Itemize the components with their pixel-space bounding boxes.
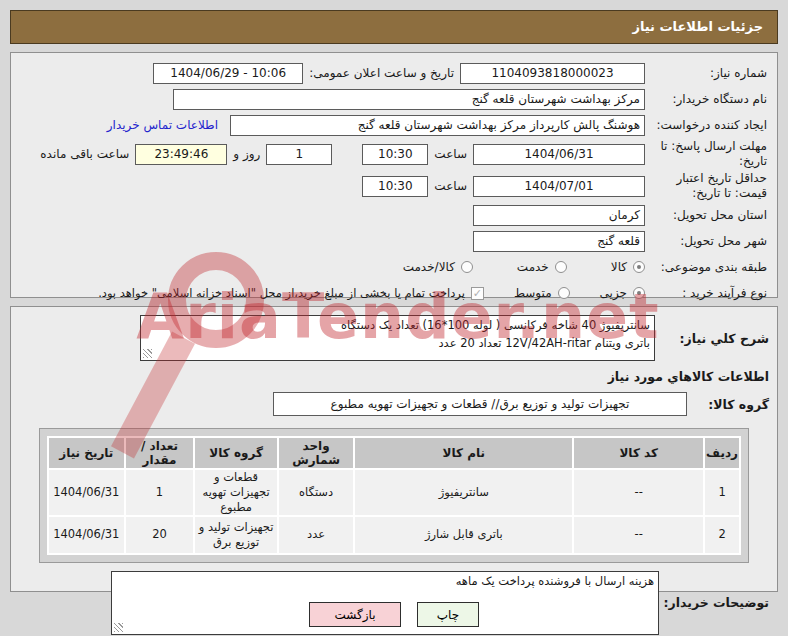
cell-group: قطعات و تجهیزات تهویه مطبوع <box>195 470 276 515</box>
announce-field[interactable]: 1404/06/29 - 10:06 <box>153 63 303 84</box>
row-city: شهر محل تحویل: قلعه گنج <box>17 228 771 254</box>
treasury-note: پرداخت تمام یا بخشی از مبلغ خرید،از محل … <box>98 286 484 300</box>
row-deadline: مهلت ارسال پاسخ: تا تاریخ: 1404/06/31 سا… <box>17 138 771 170</box>
province-field[interactable]: کرمان <box>473 205 645 226</box>
row-buyer-org: نام دستگاه خریدار: مرکز بهداشت شهرستان ق… <box>17 86 771 112</box>
remaining-time-field[interactable]: 23:49:46 <box>135 144 227 165</box>
cell-item-code: -- <box>574 470 703 515</box>
goods-radio[interactable] <box>633 261 645 273</box>
cell-need-date: 1404/06/31 <box>49 470 124 515</box>
col-need-date: تاریخ نیاز <box>49 438 124 468</box>
need-description-line1: سانتریفیوژ 40 شاخه فرکانسی ( لوله 100*16… <box>145 317 650 335</box>
option-goods-service: کالا/خدمت <box>403 260 473 274</box>
validity-hour-label: ساعت <box>434 179 467 193</box>
items-table-header-row: ردیف کد کالا نام کالا واحد شمارش گروه کا… <box>49 438 739 468</box>
row-province: استان محل تحویل: کرمان <box>17 202 771 228</box>
province-label: استان محل تحویل: <box>645 208 771 223</box>
option-minor: جزیی <box>600 286 645 300</box>
cell-need-date: 1404/06/31 <box>49 517 124 553</box>
remaining-days-label: روز و <box>233 147 260 161</box>
row-goods-group: گروه کالا: تجهیزات تولید و توزیع برق// ق… <box>11 392 777 416</box>
deadline-date-field[interactable]: 1404/06/31 <box>473 144 645 165</box>
buyer-org-field[interactable]: مرکز بهداشت شهرستان قلعه گنج <box>173 89 645 110</box>
creator-label: ایجاد کننده درخواست: <box>645 118 771 133</box>
row-creator: ایجاد کننده درخواست: هوشنگ پالش کارپرداز… <box>17 112 771 138</box>
option-medium: متوسط <box>514 286 570 300</box>
cell-item-name: باتری قابل شارژ <box>355 517 572 553</box>
back-button[interactable]: بازگشت <box>309 602 401 627</box>
col-group: گروه کالا <box>195 438 276 468</box>
deadline-hour-label: ساعت <box>434 147 467 161</box>
announce-label: تاریخ و ساعت اعلان عمومی: <box>309 66 454 80</box>
cell-item-code: -- <box>574 517 703 553</box>
cell-row-number: 2 <box>705 517 739 553</box>
treasury-note-text: پرداخت تمام یا بخشی از مبلغ خرید،از محل … <box>98 286 465 300</box>
col-unit: واحد شمارش <box>279 438 354 468</box>
buyer-contact-link[interactable]: اطلاعات تماس خریدار <box>107 118 218 132</box>
goods-group-field[interactable]: تجهیزات تولید و توزیع برق// قطعات و تجهی… <box>273 392 687 416</box>
service-radio[interactable] <box>555 261 567 273</box>
table-row: 1 -- سانتریفیوژ دستگاه قطعات و تجهیزات ت… <box>49 470 739 515</box>
remaining-time-label: ساعت باقی مانده <box>40 147 129 161</box>
cell-unit: دستگاه <box>279 470 354 515</box>
cell-quantity: 20 <box>126 517 194 553</box>
classification-label: طبقه بندی موضوعی: <box>645 260 771 275</box>
cell-group: تجهیزات تولید و توزیع برق <box>195 517 276 553</box>
row-need-number: شماره نیاز: 1104093818000023 تاریخ و ساع… <box>17 60 771 86</box>
action-buttons: چاپ بازگشت <box>0 602 788 627</box>
remaining-days-field[interactable]: 1 <box>266 144 332 165</box>
row-classification: طبقه بندی موضوعی: کالا خدمت کالا/خدمت <box>17 254 771 280</box>
medium-radio[interactable] <box>558 287 570 299</box>
need-number-label: شماره نیاز: <box>645 66 771 81</box>
goods-service-radio[interactable] <box>461 261 473 273</box>
cell-item-name: سانتریفیوژ <box>355 470 572 515</box>
medium-radio-label: متوسط <box>514 286 552 300</box>
service-radio-label: خدمت <box>517 260 549 274</box>
deadline-label: مهلت ارسال پاسخ: تا تاریخ: <box>645 139 771 169</box>
creator-field[interactable]: هوشنگ پالش کارپرداز مرکز بهداشت شهرستان … <box>230 115 645 136</box>
col-item-name: نام کالا <box>355 438 572 468</box>
need-details-page: { "title": "جزئیات اطلاعات نیاز", "water… <box>0 0 788 636</box>
items-table-wrap: ردیف کد کالا نام کالا واحد شمارش گروه کا… <box>39 428 749 563</box>
cell-row-number: 1 <box>705 470 739 515</box>
validity-label: حداقل تاریخ اعتبار قیمت: تا تاریخ: <box>645 171 771 201</box>
validity-date-field[interactable]: 1404/07/01 <box>473 176 645 197</box>
cell-quantity: 1 <box>126 470 194 515</box>
table-row: 2 -- باتری قابل شارژ عدد تجهیزات تولید و… <box>49 517 739 553</box>
print-button[interactable]: چاپ <box>417 602 479 627</box>
validity-time-field[interactable]: 10:30 <box>362 176 428 197</box>
need-description-textarea[interactable]: سانتریفیوژ 40 شاخه فرکانسی ( لوله 100*16… <box>140 315 655 361</box>
col-quantity: تعداد / مقدار <box>126 438 194 468</box>
need-info-panel: شماره نیاز: 1104093818000023 تاریخ و ساع… <box>10 52 778 298</box>
city-field[interactable]: قلعه گنج <box>473 231 645 252</box>
buyer-notes-text: هزینه ارسال با فروشنده پرداخت یک ماهه <box>116 573 654 590</box>
cell-unit: عدد <box>279 517 354 553</box>
goods-group-label: گروه کالا: <box>687 397 777 412</box>
goods-service-radio-label: کالا/خدمت <box>403 260 455 274</box>
option-service: خدمت <box>517 260 567 274</box>
col-row-number: ردیف <box>705 438 739 468</box>
row-validity: حداقل تاریخ اعتبار قیمت: تا تاریخ: 1404/… <box>17 170 771 202</box>
page-title: جزئیات اطلاعات نیاز <box>10 10 778 44</box>
treasury-checkbox[interactable] <box>471 287 484 300</box>
deadline-time-field[interactable]: 10:30 <box>362 144 428 165</box>
option-goods: کالا <box>611 260 645 274</box>
minor-radio[interactable] <box>633 287 645 299</box>
items-table: ردیف کد کالا نام کالا واحد شمارش گروه کا… <box>47 436 741 555</box>
row-need-description: شرح كلي نياز: سانتریفیوژ 40 شاخه فرکانسی… <box>11 315 777 361</box>
goods-radio-label: کالا <box>611 260 627 274</box>
city-label: شهر محل تحویل: <box>645 234 771 249</box>
goods-info-panel: شرح كلي نياز: سانتریفیوژ 40 شاخه فرکانسی… <box>10 306 778 592</box>
buyer-org-label: نام دستگاه خریدار: <box>645 92 771 107</box>
process-type-label: نوع فرآیند خرید : <box>645 286 771 301</box>
need-number-field[interactable]: 1104093818000023 <box>460 63 645 84</box>
goods-section-title: اطلاعات کالاهاي مورد نیاز <box>11 361 777 386</box>
col-item-code: کد کالا <box>574 438 703 468</box>
minor-radio-label: جزیی <box>600 286 627 300</box>
row-process-type: نوع فرآیند خرید : جزیی متوسط پرداخت تمام… <box>17 280 771 306</box>
need-description-line2: باتری ویتنام 12V/42AH-ritar تعداد 20 عدد <box>145 335 650 353</box>
need-description-label: شرح كلي نياز: <box>655 331 777 346</box>
